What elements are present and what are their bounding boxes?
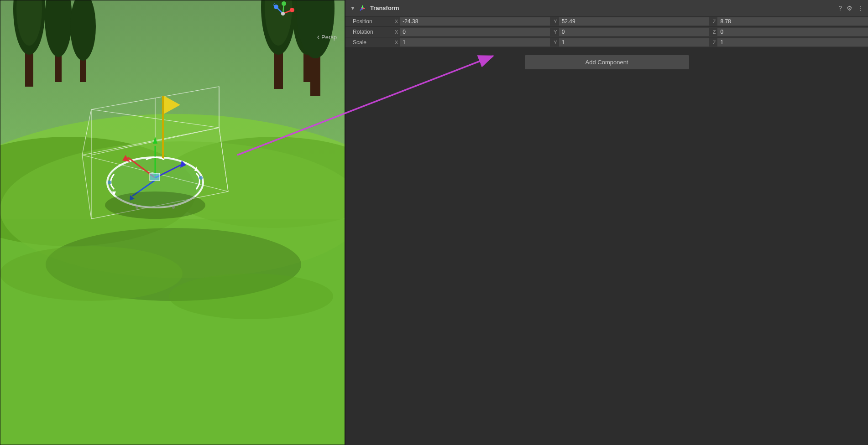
rotation-row: Rotation X Y Z	[345, 27, 868, 37]
scale-y-input[interactable]	[559, 38, 709, 47]
help-icon[interactable]: ?	[838, 5, 842, 12]
position-z-label: Z	[709, 19, 718, 24]
more-icon[interactable]: ⋮	[857, 5, 863, 12]
viewport-panel[interactable]: Z Persp	[0, 0, 345, 445]
scale-y-label: Y	[550, 40, 559, 45]
transform-header: ▼ Transform ? ⚙ ⋮	[345, 0, 868, 16]
rotation-label: Rotation	[345, 29, 391, 35]
position-x-label: X	[391, 19, 400, 24]
svg-rect-44	[150, 173, 160, 181]
perspective-label: Persp	[317, 33, 337, 41]
transform-title: Transform	[370, 5, 838, 11]
scale-values: X Y Z	[391, 38, 868, 47]
add-component-button[interactable]: Add Component	[525, 55, 689, 69]
rotation-x-entry: X	[391, 28, 550, 36]
position-y-input[interactable]	[559, 17, 709, 26]
position-row: Position X Y Z	[345, 16, 868, 27]
svg-point-47	[105, 191, 205, 219]
scale-z-input[interactable]	[717, 38, 868, 47]
header-icons: ? ⚙ ⋮	[838, 5, 863, 12]
settings-icon[interactable]: ⚙	[847, 5, 852, 12]
scale-row: Scale X Y Z	[345, 37, 868, 48]
svg-point-51	[172, 206, 175, 209]
inspector-panel: ▼ Transform ? ⚙ ⋮ Position X	[345, 0, 868, 445]
scene-canvas: Z	[0, 0, 345, 445]
svg-point-49	[199, 176, 203, 180]
position-y-label: Y	[550, 19, 559, 24]
svg-point-21	[0, 246, 183, 301]
rotation-y-label: Y	[550, 29, 559, 35]
rotation-values: X Y Z	[391, 28, 868, 36]
transform-icon	[358, 4, 366, 12]
svg-point-58	[282, 1, 286, 6]
annotation-area	[345, 77, 868, 445]
rotation-x-input[interactable]	[400, 28, 550, 36]
svg-point-59	[281, 12, 285, 16]
scale-z-entry: Z	[709, 38, 868, 47]
position-z-entry: Z	[709, 17, 868, 26]
rotation-x-label: X	[391, 29, 400, 35]
scale-x-input[interactable]	[400, 38, 550, 47]
position-values: X Y Z	[391, 17, 868, 26]
position-z-input[interactable]	[717, 17, 868, 26]
rotation-z-label: Z	[709, 29, 718, 35]
scale-x-entry: X	[391, 38, 550, 47]
position-y-entry: Y	[550, 17, 709, 26]
scale-label: Scale	[345, 39, 391, 46]
svg-text:Z: Z	[273, 2, 276, 6]
transform-fields: Position X Y Z Rotation	[345, 16, 868, 48]
svg-point-50	[136, 206, 138, 209]
rotation-z-entry: Z	[709, 28, 868, 36]
rotation-z-input[interactable]	[717, 28, 868, 36]
position-x-input[interactable]	[400, 17, 550, 26]
svg-rect-34	[162, 96, 164, 160]
svg-point-48	[108, 181, 111, 184]
position-x-entry: X	[391, 17, 550, 26]
add-component-section: Add Component	[345, 48, 868, 77]
scale-x-label: X	[391, 40, 400, 45]
collapse-arrow-icon[interactable]: ▼	[350, 5, 356, 11]
svg-point-22	[169, 274, 333, 319]
position-label: Position	[345, 18, 391, 25]
rotation-y-entry: Y	[550, 28, 709, 36]
rotation-y-input[interactable]	[559, 28, 709, 36]
scale-z-label: Z	[709, 40, 718, 45]
svg-point-56	[290, 8, 294, 12]
scale-y-entry: Y	[550, 38, 709, 47]
